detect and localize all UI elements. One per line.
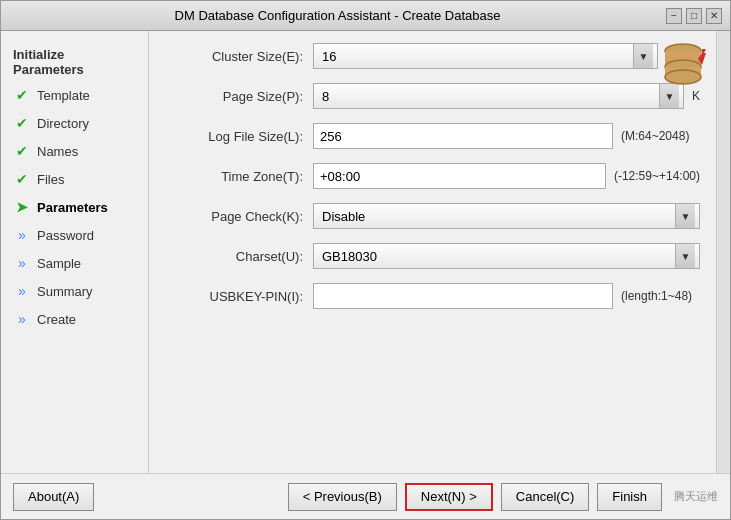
- sidebar-label-create: Create: [37, 312, 76, 327]
- time-zone-suffix: (-12:59~+14:00): [614, 169, 700, 183]
- page-size-label: Page Size(P):: [165, 89, 313, 104]
- window-title: DM Database Configuration Assistant - Cr…: [9, 8, 666, 23]
- sidebar: Initialize Parameters ✔ Template ✔ Direc…: [1, 31, 149, 473]
- sidebar-label-names: Names: [37, 144, 78, 159]
- sidebar-item-files[interactable]: ✔ Files: [1, 165, 148, 193]
- usbkey-pin-label: USBKEY-PIN(I):: [165, 289, 313, 304]
- charset-label: Charset(U):: [165, 249, 313, 264]
- footer-right: < Previous(B) Next(N) > Cancel(C) Finish…: [288, 483, 718, 511]
- charset-value: GB18030: [322, 249, 675, 264]
- cluster-size-select-wrapper: 16 ▼: [313, 43, 658, 69]
- page-check-value: Disable: [322, 209, 675, 224]
- sidebar-label-password: Password: [37, 228, 94, 243]
- main-content: Initialize Parameters ✔ Template ✔ Direc…: [1, 31, 730, 473]
- page-check-select-wrapper: Disable ▼: [313, 203, 700, 229]
- svg-point-4: [665, 70, 701, 84]
- main-window: DM Database Configuration Assistant - Cr…: [0, 0, 731, 520]
- sidebar-label-sample: Sample: [37, 256, 81, 271]
- page-size-value: 8: [322, 89, 659, 104]
- charset-select[interactable]: GB18030 ▼: [313, 243, 700, 269]
- check-icon: ✔: [13, 143, 31, 159]
- page-check-row: Page Check(K): Disable ▼: [165, 203, 700, 229]
- usbkey-pin-row: USBKEY-PIN(I): (length:1~48): [165, 283, 700, 309]
- page-check-dropdown-arrow[interactable]: ▼: [675, 204, 695, 228]
- sidebar-item-directory[interactable]: ✔ Directory: [1, 109, 148, 137]
- cluster-size-row: Cluster Size(E): 16 ▼ Pages: [165, 43, 700, 69]
- content-wrapper: Cluster Size(E): 16 ▼ Pages Page Size(P)…: [149, 31, 730, 473]
- usbkey-pin-suffix: (length:1~48): [621, 289, 692, 303]
- page-check-label: Page Check(K):: [165, 209, 313, 224]
- double-arrow-icon: »: [13, 227, 31, 243]
- time-zone-input[interactable]: [313, 163, 606, 189]
- scrollbar[interactable]: [716, 31, 730, 473]
- previous-button[interactable]: < Previous(B): [288, 483, 397, 511]
- database-icon: [658, 39, 708, 98]
- log-file-size-row: Log File Size(L): (M:64~2048): [165, 123, 700, 149]
- double-arrow-icon: »: [13, 311, 31, 327]
- content-area: Cluster Size(E): 16 ▼ Pages Page Size(P)…: [149, 31, 716, 473]
- next-button[interactable]: Next(N) >: [405, 483, 493, 511]
- sidebar-item-create[interactable]: » Create: [1, 305, 148, 333]
- page-header: Initialize Parameters: [1, 39, 148, 81]
- charset-select-wrapper: GB18030 ▼: [313, 243, 700, 269]
- double-arrow-icon: »: [13, 283, 31, 299]
- sidebar-item-parameters[interactable]: ➤ Parameters: [1, 193, 148, 221]
- watermark: 腾天运维: [674, 489, 718, 504]
- log-file-size-label: Log File Size(L):: [165, 129, 313, 144]
- cluster-size-value: 16: [322, 49, 633, 64]
- charset-row: Charset(U): GB18030 ▼: [165, 243, 700, 269]
- log-file-size-input[interactable]: [313, 123, 613, 149]
- window-controls: − □ ✕: [666, 8, 722, 24]
- charset-dropdown-arrow[interactable]: ▼: [675, 244, 695, 268]
- page-size-select-wrapper: 8 ▼: [313, 83, 684, 109]
- close-button[interactable]: ✕: [706, 8, 722, 24]
- page-size-row: Page Size(P): 8 ▼ K: [165, 83, 700, 109]
- minimize-button[interactable]: −: [666, 8, 682, 24]
- log-file-size-suffix: (M:64~2048): [621, 129, 689, 143]
- page-check-select[interactable]: Disable ▼: [313, 203, 700, 229]
- finish-button[interactable]: Finish: [597, 483, 662, 511]
- cancel-button[interactable]: Cancel(C): [501, 483, 590, 511]
- time-zone-label: Time Zone(T):: [165, 169, 313, 184]
- sidebar-label-files: Files: [37, 172, 64, 187]
- maximize-button[interactable]: □: [686, 8, 702, 24]
- page-size-select[interactable]: 8 ▼: [313, 83, 684, 109]
- sidebar-label-directory: Directory: [37, 116, 89, 131]
- title-bar: DM Database Configuration Assistant - Cr…: [1, 1, 730, 31]
- footer: About(A) < Previous(B) Next(N) > Cancel(…: [1, 473, 730, 519]
- sidebar-item-sample[interactable]: » Sample: [1, 249, 148, 277]
- sidebar-label-parameters: Parameters: [37, 200, 108, 215]
- sidebar-item-password[interactable]: » Password: [1, 221, 148, 249]
- sidebar-label-template: Template: [37, 88, 90, 103]
- sidebar-item-template[interactable]: ✔ Template: [1, 81, 148, 109]
- time-zone-row: Time Zone(T): (-12:59~+14:00): [165, 163, 700, 189]
- check-icon: ✔: [13, 87, 31, 103]
- usbkey-pin-input[interactable]: [313, 283, 613, 309]
- check-icon: ✔: [13, 115, 31, 131]
- sidebar-item-summary[interactable]: » Summary: [1, 277, 148, 305]
- footer-left: About(A): [13, 483, 288, 511]
- cluster-size-select[interactable]: 16 ▼: [313, 43, 658, 69]
- sidebar-label-summary: Summary: [37, 284, 93, 299]
- check-icon: ✔: [13, 171, 31, 187]
- double-arrow-icon: »: [13, 255, 31, 271]
- about-button[interactable]: About(A): [13, 483, 94, 511]
- arrow-icon: ➤: [13, 199, 31, 215]
- cluster-size-dropdown-arrow[interactable]: ▼: [633, 44, 653, 68]
- cluster-size-label: Cluster Size(E):: [165, 49, 313, 64]
- sidebar-item-names[interactable]: ✔ Names: [1, 137, 148, 165]
